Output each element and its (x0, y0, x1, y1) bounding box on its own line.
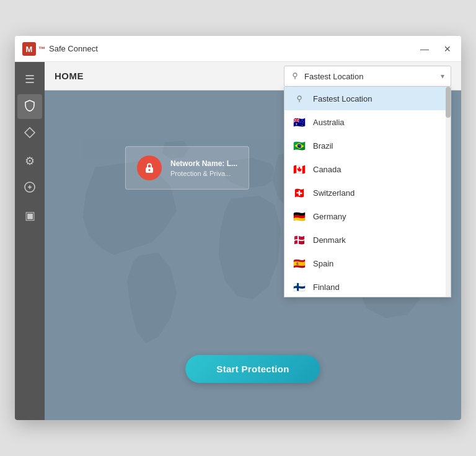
titlebar: M ™ Safe Connect — ✕ (15, 36, 461, 62)
fastest-pin-icon (292, 91, 307, 106)
canada-flag: 🇨🇦 (292, 162, 307, 177)
app-logo: M ™ Safe Connect (22, 42, 418, 56)
main-layout: ☰ ⚙ ▣ (15, 62, 461, 420)
sidebar-item-settings[interactable]: ⚙ (17, 149, 42, 173)
svg-marker-2 (25, 128, 35, 138)
shield-icon (24, 99, 36, 115)
scrollbar-thumb[interactable] (446, 87, 451, 118)
germany-flag: 🇩🇪 (292, 209, 307, 224)
finland-flag: 🇫🇮 (292, 279, 307, 294)
selected-location-label: Fastest Location (304, 72, 436, 81)
location-option-spain[interactable]: 🇪🇸 Spain (284, 252, 451, 275)
window-controls: — ✕ (418, 43, 454, 55)
lock-icon (143, 161, 156, 175)
mcafee-logo: M ™ (22, 42, 45, 56)
sidebar-item-menu[interactable]: ☰ (17, 67, 42, 92)
network-sub-label: Protection & Priva... (170, 170, 237, 177)
spain-label: Spain (313, 259, 333, 268)
lock-icon-circle (137, 156, 162, 180)
network-details: Network Name: L... Protection & Priva... (170, 159, 237, 177)
svg-point-8 (298, 96, 301, 100)
brazil-flag: 🇧🇷 (292, 138, 307, 153)
location-option-canada[interactable]: 🇨🇦 Canada (284, 157, 451, 181)
sidebar-item-diamond[interactable] (17, 121, 42, 146)
close-button[interactable]: ✕ (441, 43, 454, 55)
diamond-icon (24, 126, 36, 142)
switzerland-flag: 🇨🇭 (292, 185, 307, 200)
germany-label: Germany (313, 212, 346, 221)
finland-label: Finland (313, 283, 340, 292)
chevron-down-icon: ▾ (441, 72, 444, 81)
location-option-brazil[interactable]: 🇧🇷 Brazil (284, 134, 451, 157)
scrollbar-track[interactable] (446, 87, 451, 297)
header-bar: HOME Fastest Location ▾ (45, 62, 461, 90)
australia-label: Australia (313, 118, 345, 127)
svg-point-6 (293, 73, 297, 77)
sidebar-item-device[interactable]: ▣ (17, 203, 42, 228)
mcafee-icon: M (22, 42, 36, 56)
network-info-card: Network Name: L... Protection & Priva... (125, 146, 249, 190)
fastest-location-label: Fastest Location (313, 94, 372, 103)
switzerland-label: Switzerland (313, 188, 355, 198)
canada-label: Canada (313, 165, 342, 174)
svg-point-11 (149, 169, 151, 171)
help-icon (24, 181, 36, 196)
menu-icon: ☰ (25, 72, 35, 86)
australia-flag: 🇦🇺 (292, 115, 307, 129)
sidebar-item-help[interactable] (17, 176, 42, 201)
spain-flag: 🇪🇸 (292, 256, 307, 271)
location-option-switzerland[interactable]: 🇨🇭 Switzerland (284, 181, 451, 204)
minimize-button[interactable]: — (418, 43, 431, 55)
sidebar-item-shield[interactable] (17, 94, 42, 119)
location-select-button[interactable]: Fastest Location ▾ (284, 66, 451, 87)
settings-icon: ⚙ (25, 154, 35, 168)
sidebar: ☰ ⚙ ▣ (15, 62, 45, 420)
app-title: Safe Connect (49, 44, 98, 53)
denmark-flag: 🇩🇰 (292, 232, 307, 247)
location-option-denmark[interactable]: 🇩🇰 Denmark (284, 228, 451, 252)
location-option-fastest[interactable]: Fastest Location (284, 87, 451, 110)
location-option-finland[interactable]: 🇫🇮 Finland (284, 275, 451, 297)
denmark-label: Denmark (313, 235, 346, 245)
location-option-germany[interactable]: 🇩🇪 Germany (284, 204, 451, 228)
device-icon: ▣ (25, 209, 35, 222)
brazil-label: Brazil (313, 141, 333, 151)
location-list[interactable]: Fastest Location 🇦🇺 Australia 🇧🇷 Brazil … (284, 87, 451, 297)
content-area: HOME Fastest Location ▾ (45, 62, 461, 420)
page-title: HOME (55, 71, 84, 81)
network-name-label: Network Name: L... (170, 159, 237, 168)
main-window: M ™ Safe Connect — ✕ ☰ (15, 36, 461, 420)
svg-text:M: M (26, 45, 33, 54)
location-option-australia[interactable]: 🇦🇺 Australia (284, 110, 451, 134)
location-dropdown[interactable]: Fastest Location ▾ Fastest Location 🇦 (284, 66, 451, 297)
start-protection-button[interactable]: Start Protection (185, 355, 320, 383)
pin-icon (291, 71, 299, 82)
